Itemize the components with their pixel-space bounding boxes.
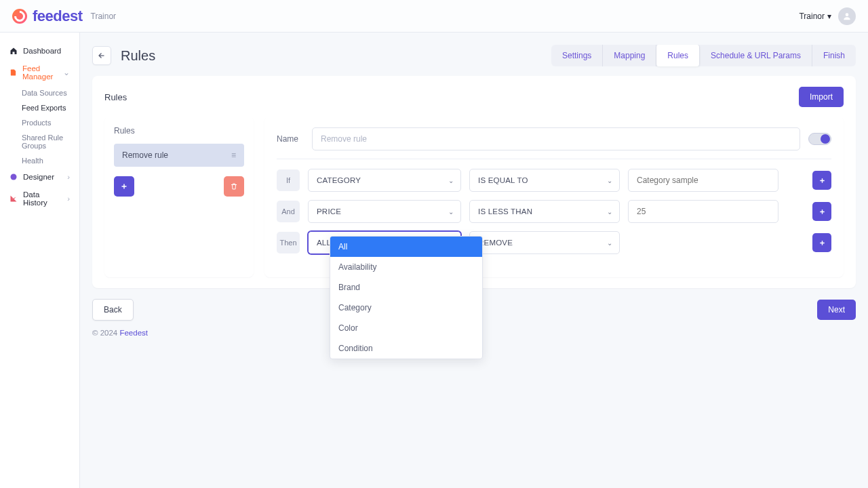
field-dropdown: All Availability Brand Category Color Co…	[330, 236, 483, 359]
dropdown-option[interactable]: Availability	[330, 257, 482, 277]
nav-label: Dashboard	[23, 47, 61, 55]
plus-icon	[818, 208, 826, 216]
chevron-down-icon: ⌄	[607, 208, 612, 216]
tab-finish[interactable]: Finish	[812, 45, 856, 66]
topbar: feedest Trainor Trainor ▾	[0, 0, 868, 33]
plus-icon	[818, 239, 826, 247]
dropdown-scroll[interactable]: All Availability Brand Category Color Co…	[330, 237, 482, 359]
add-rule-button[interactable]	[114, 176, 134, 197]
main-content: Rules Settings Mapping Rules Schedule & …	[80, 33, 868, 488]
operator-select[interactable]: IS EQUAL TO⌄	[469, 169, 620, 192]
operator-select[interactable]: IS LESS THAN⌄	[469, 200, 620, 223]
chart-icon	[9, 195, 18, 203]
palette-icon	[9, 173, 18, 181]
plus-icon	[120, 182, 128, 190]
rule-editor-panel: Name If CATEGORY⌄ IS EQUAL TO⌄ And	[264, 117, 844, 277]
value-input[interactable]	[628, 169, 778, 192]
logo[interactable]: feedest Trainor	[12, 7, 116, 25]
tab-settings[interactable]: Settings	[551, 45, 603, 66]
workspace-label: Trainor	[91, 12, 117, 21]
action-select[interactable]: REMOVE⌄	[469, 231, 620, 254]
dropdown-option[interactable]: Description	[330, 359, 482, 359]
condition-row-and: And PRICE⌄ IS LESS THAN⌄	[277, 200, 831, 223]
user-icon	[842, 12, 852, 21]
chevron-down-icon: ⌄	[607, 239, 612, 247]
nav-label: Data History	[23, 190, 62, 207]
sidebar: Dashboard Feed Manager ⌄ Data Sources Fe…	[0, 33, 80, 488]
user-menu[interactable]: Trainor ▾	[799, 12, 831, 21]
rules-list-panel: Rules Remove rule ≡	[104, 117, 254, 277]
trash-icon	[230, 182, 238, 190]
chevron-down-icon: ⌄	[448, 208, 454, 216]
nav-designer[interactable]: Designer ›	[0, 168, 79, 186]
next-button[interactable]: Next	[817, 300, 856, 320]
chevron-right-icon: ›	[67, 195, 70, 203]
tab-schedule[interactable]: Schedule & URL Params	[700, 45, 812, 66]
nav-dashboard[interactable]: Dashboard	[0, 42, 79, 60]
tab-mapping[interactable]: Mapping	[603, 45, 656, 66]
avatar[interactable]	[838, 7, 856, 25]
rule-enabled-toggle[interactable]	[808, 133, 831, 145]
dropdown-option[interactable]: All	[330, 237, 482, 257]
arrow-left-icon	[98, 52, 106, 60]
back-button[interactable]: Back	[92, 299, 134, 321]
dropdown-option[interactable]: Brand	[330, 277, 482, 298]
back-arrow-button[interactable]	[92, 46, 111, 65]
delete-rule-button[interactable]	[224, 176, 244, 197]
chevron-right-icon: ›	[67, 173, 70, 181]
field-select[interactable]: CATEGORY⌄	[308, 169, 461, 192]
add-condition-button[interactable]	[812, 202, 831, 221]
nav-feed-manager[interactable]: Feed Manager ⌄	[0, 60, 79, 85]
nav-health[interactable]: Health	[0, 153, 79, 168]
dropdown-option[interactable]: Condition	[330, 338, 482, 359]
nav-label: Designer	[23, 173, 54, 181]
card-title: Rules	[104, 92, 127, 102]
chevron-down-icon: ⌄	[63, 68, 70, 77]
nav-data-history[interactable]: Data History ›	[0, 186, 79, 211]
drag-handle-icon[interactable]: ≡	[231, 150, 236, 160]
add-condition-button[interactable]	[812, 171, 831, 190]
logo-text: feedest	[33, 7, 83, 25]
and-badge: And	[277, 201, 300, 222]
if-badge: If	[277, 169, 300, 191]
field-select[interactable]: PRICE⌄	[308, 200, 461, 223]
page-title: Rules	[121, 48, 155, 64]
chevron-down-icon: ⌄	[448, 177, 454, 184]
tab-rules[interactable]: Rules	[656, 45, 700, 66]
nav-feed-exports[interactable]: Feed Exports	[0, 100, 79, 115]
name-label: Name	[277, 134, 304, 144]
import-button[interactable]: Import	[799, 87, 844, 107]
nav-label: Feed Manager	[22, 64, 58, 81]
plus-icon	[818, 177, 826, 184]
divider	[277, 159, 831, 159]
svg-point-1	[11, 174, 17, 180]
rule-name-input[interactable]	[312, 127, 800, 150]
nav-products[interactable]: Products	[0, 115, 79, 130]
svg-point-0	[846, 13, 849, 16]
dropdown-option[interactable]: Category	[330, 298, 482, 318]
condition-row-if: If CATEGORY⌄ IS EQUAL TO⌄	[277, 169, 831, 192]
caret-down-icon: ▾	[827, 12, 831, 21]
value-input[interactable]	[628, 200, 778, 223]
nav-data-sources[interactable]: Data Sources	[0, 85, 79, 100]
rule-item[interactable]: Remove rule ≡	[114, 144, 244, 167]
chevron-down-icon: ⌄	[607, 177, 612, 184]
dropdown-option[interactable]: Color	[330, 318, 482, 338]
rules-card: Rules Import Rules Remove rule ≡	[92, 76, 856, 288]
tabset: Settings Mapping Rules Schedule & URL Pa…	[551, 45, 856, 66]
nav-shared-rule-groups[interactable]: Shared Rule Groups	[0, 130, 79, 153]
logo-icon	[12, 9, 27, 24]
user-name: Trainor	[799, 12, 825, 21]
home-icon	[9, 47, 18, 55]
brand-link[interactable]: Feedest	[119, 329, 148, 337]
rules-list-title: Rules	[114, 126, 244, 136]
file-icon	[9, 68, 17, 77]
rule-item-label: Remove rule	[122, 150, 168, 160]
add-action-button[interactable]	[812, 233, 831, 252]
then-badge: Then	[277, 232, 300, 253]
